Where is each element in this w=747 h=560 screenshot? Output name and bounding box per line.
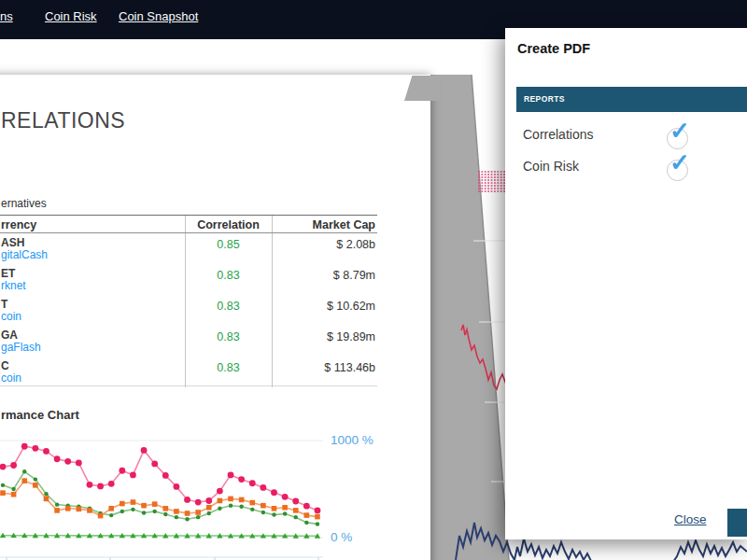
coin-risk-checkbox[interactable] [667,160,688,181]
coin-symbol: C [1,359,9,372]
table-row: ASH gitalCash 0.85 $ 2.08b [0,233,377,264]
option-label: Coin Risk [523,159,579,174]
modal-title: Create PDF [517,41,590,56]
table-row: GA gaFlash 0.83 $ 19.89m [0,326,377,357]
coin-name-link[interactable]: rknet [1,279,26,292]
coin-symbol: ASH [1,236,24,249]
nav-link-coin-risk[interactable]: Coin Risk [45,9,97,23]
market-cap-value: $ 113.46b [324,361,375,374]
coin-name-link[interactable]: coin [1,310,21,323]
coin-symbol: T [1,298,7,311]
report-option-coin-risk: Coin Risk ✓ [505,151,747,183]
coin-symbol: ET [1,267,15,280]
market-cap-value: $ 2.08b [336,238,375,251]
coin-name-link[interactable]: gitalCash [1,248,48,261]
performance-chart-title: rmance Chart [1,408,79,422]
nav-link-correlations-fragment[interactable]: ns [0,9,13,23]
col-header-correlation: Correlation [185,218,272,231]
page-title: RELATIONS [1,108,125,133]
correlation-value: 0.85 [185,238,272,251]
table-row: ET rknet 0.83 $ 8.79m [0,264,377,295]
app-root: ns Coin Risk Coin Snapshot RELATIONS ern… [0,0,747,560]
correlations-table: rrency Correlation Market Cap ASH gitalC… [0,215,377,386]
option-label: Correlations [523,127,593,142]
report-option-correlations: Correlations ✓ [505,119,747,151]
reports-section-header: REPORTS [516,87,747,112]
table-row: C coin 0.83 $ 113.46b [0,357,377,387]
coin-symbol: GA [1,329,18,342]
correlation-value: 0.83 [185,361,272,374]
correlation-value: 0.83 [185,300,272,313]
correlation-value: 0.83 [185,330,272,343]
coin-name-link[interactable]: gaFlash [1,341,41,354]
col-header-currency: rrency [1,218,36,231]
y-axis-label-1000: 1000 % [331,433,374,447]
market-cap-value: $ 8.79m [333,269,375,282]
market-cap-value: $ 10.62m [327,300,375,313]
table-header: rrency Correlation Market Cap [0,216,377,233]
reports-section-label: REPORTS [516,87,747,112]
close-button[interactable]: Close [674,512,707,526]
performance-chart [0,426,323,560]
nav-link-coin-snapshot[interactable]: Coin Snapshot [119,9,198,23]
create-pdf-modal: Create PDF REPORTS Correlations ✓ Coin R… [505,28,747,539]
report-page: RELATIONS ernatives rrency Correlation M… [0,75,430,560]
correlation-value: 0.83 [185,269,272,282]
col-header-market-cap: Market Cap [313,218,375,231]
section-label: ernatives [1,197,47,210]
create-pdf-submit-button[interactable] [727,509,747,537]
coin-name-link[interactable]: coin [1,371,21,385]
table-row: T coin 0.83 $ 10.62m [0,295,377,326]
y-axis-label-0: 0 % [331,530,352,544]
report-page-content: RELATIONS ernatives rrency Correlation M… [0,75,430,560]
correlations-checkbox[interactable] [667,128,688,149]
market-cap-value: $ 19.89m [327,330,375,343]
